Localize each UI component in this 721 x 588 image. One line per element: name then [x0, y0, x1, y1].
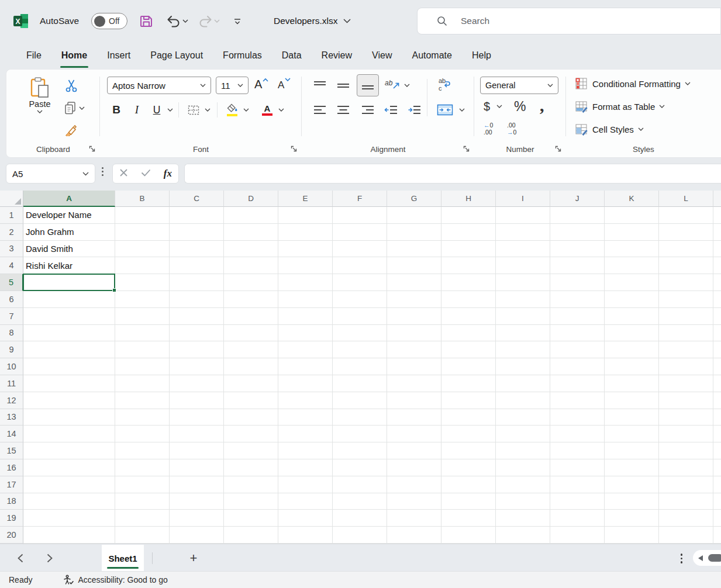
cell-K6[interactable] [605, 291, 659, 308]
cell-F3[interactable] [333, 241, 387, 258]
cell-G2[interactable] [387, 224, 441, 241]
row-header-15[interactable]: 15 [0, 442, 23, 459]
cell-G5[interactable] [387, 274, 441, 291]
cell-H10[interactable] [441, 358, 496, 375]
cell-B15[interactable] [115, 442, 170, 459]
column-header-K[interactable]: K [605, 191, 659, 207]
cell-C5[interactable] [170, 274, 224, 291]
cell-A12[interactable] [23, 392, 115, 409]
cell-C3[interactable] [170, 241, 224, 258]
cell-B9[interactable] [115, 341, 170, 358]
column-header-E[interactable]: E [278, 191, 333, 207]
cell-L14[interactable] [659, 426, 713, 442]
cell-K2[interactable] [605, 224, 659, 241]
cell-D12[interactable] [224, 392, 278, 409]
middle-align-button[interactable] [334, 78, 352, 93]
row-header-7[interactable]: 7 [0, 308, 23, 325]
cell-A7[interactable] [23, 308, 115, 325]
cell-G1[interactable] [387, 207, 441, 224]
cell-H2[interactable] [441, 224, 496, 241]
format-as-table-button[interactable]: Format as Table [574, 99, 665, 113]
cell-E19[interactable] [278, 510, 333, 527]
cell-B7[interactable] [115, 308, 170, 325]
paste-button[interactable]: Paste [22, 77, 58, 113]
tab-automate[interactable]: Automate [402, 42, 461, 69]
cell-K9[interactable] [605, 341, 659, 358]
fill-color-button[interactable] [224, 100, 240, 120]
cell-C11[interactable] [170, 375, 224, 392]
cell-H14[interactable] [441, 426, 496, 442]
tab-data[interactable]: Data [272, 42, 312, 69]
borders-button[interactable] [185, 100, 202, 120]
cell-J1[interactable] [550, 207, 605, 224]
cell-J13[interactable] [550, 409, 605, 426]
increase-decimal-button[interactable]: ←0 .00 [484, 122, 493, 136]
cell-C13[interactable] [170, 409, 224, 426]
cell-partial[interactable] [713, 224, 721, 241]
cell-I2[interactable] [496, 224, 550, 241]
cell-D10[interactable] [224, 358, 278, 375]
column-header-D[interactable]: D [224, 191, 278, 207]
cell-J5[interactable] [550, 274, 605, 291]
number-dialog-launcher-icon[interactable] [554, 145, 562, 153]
cell-K20[interactable] [605, 527, 659, 544]
cell-H18[interactable] [441, 493, 496, 510]
cell-A6[interactable] [23, 291, 115, 308]
cell-C6[interactable] [170, 291, 224, 308]
conditional-formatting-button[interactable]: Conditional Formatting [574, 77, 691, 91]
cell-D2[interactable] [224, 224, 278, 241]
row-header-9[interactable]: 9 [0, 341, 23, 358]
cell-C9[interactable] [170, 341, 224, 358]
cell-J7[interactable] [550, 308, 605, 325]
cell-G19[interactable] [387, 510, 441, 527]
cell-F19[interactable] [333, 510, 387, 527]
previous-sheet-icon[interactable] [18, 544, 23, 572]
row-header-5[interactable]: 5 [0, 274, 23, 291]
cell-K3[interactable] [605, 241, 659, 258]
cell-D1[interactable] [224, 207, 278, 224]
cell-G11[interactable] [387, 375, 441, 392]
align-center-button[interactable] [334, 102, 352, 117]
cell-I5[interactable] [496, 274, 550, 291]
cell-C20[interactable] [170, 527, 224, 544]
cell-J12[interactable] [550, 392, 605, 409]
cell-partial[interactable] [713, 257, 721, 274]
cell-partial[interactable] [713, 476, 721, 493]
cell-J16[interactable] [550, 459, 605, 476]
cell-H20[interactable] [441, 527, 496, 544]
cell-B4[interactable] [115, 257, 170, 274]
cell-J19[interactable] [550, 510, 605, 527]
cell-A14[interactable] [23, 426, 115, 442]
cell-partial[interactable] [713, 459, 721, 476]
cell-J18[interactable] [550, 493, 605, 510]
cell-B17[interactable] [115, 476, 170, 493]
cell-G9[interactable] [387, 341, 441, 358]
cell-B13[interactable] [115, 409, 170, 426]
number-format-combobox[interactable]: General [480, 77, 558, 94]
autosave-toggle[interactable]: Off [91, 13, 127, 29]
cell-K18[interactable] [605, 493, 659, 510]
cell-I15[interactable] [496, 442, 550, 459]
cell-I10[interactable] [496, 358, 550, 375]
cell-E16[interactable] [278, 459, 333, 476]
cell-E2[interactable] [278, 224, 333, 241]
cell-A10[interactable] [23, 358, 115, 375]
cell-D9[interactable] [224, 341, 278, 358]
cell-J6[interactable] [550, 291, 605, 308]
cell-L8[interactable] [659, 325, 713, 342]
cell-G3[interactable] [387, 241, 441, 258]
cell-H5[interactable] [441, 274, 496, 291]
column-header-partial[interactable] [713, 191, 721, 207]
column-header-G[interactable]: G [387, 191, 441, 207]
alignment-dialog-launcher-icon[interactable] [463, 145, 470, 153]
format-painter-button[interactable] [64, 123, 77, 136]
cell-D3[interactable] [224, 241, 278, 258]
align-right-button[interactable] [359, 102, 377, 117]
cell-L19[interactable] [659, 510, 713, 527]
cell-B8[interactable] [115, 325, 170, 342]
cell-K5[interactable] [605, 274, 659, 291]
cell-F12[interactable] [333, 392, 387, 409]
cell-A2[interactable]: John Grahm [23, 224, 115, 241]
cell-partial[interactable] [713, 426, 721, 442]
tab-help[interactable]: Help [462, 42, 501, 69]
